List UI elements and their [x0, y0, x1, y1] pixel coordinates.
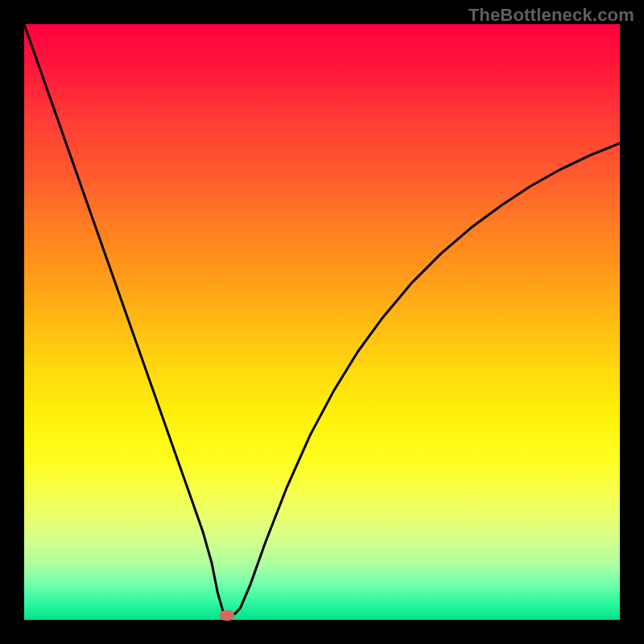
chart-frame: TheBottleneck.com [0, 0, 644, 644]
watermark-text: TheBottleneck.com [469, 5, 634, 26]
plot-area [24, 24, 620, 620]
optimal-point-marker [220, 610, 234, 621]
